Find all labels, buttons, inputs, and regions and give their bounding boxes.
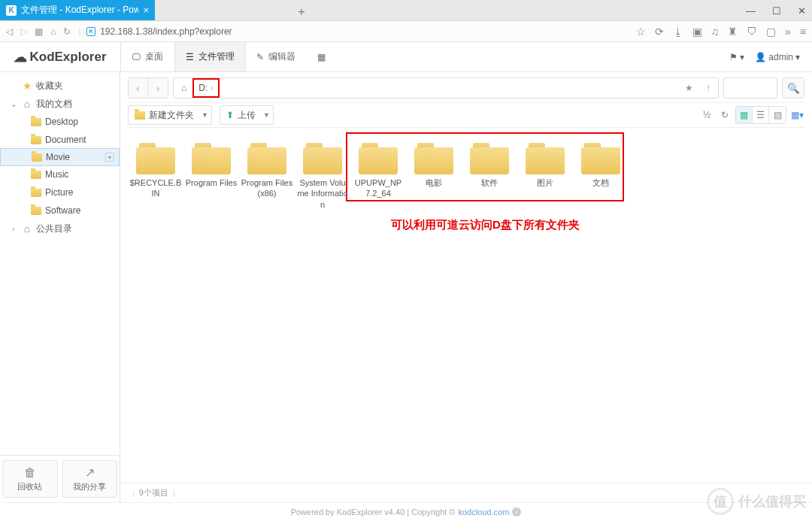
dropdown-icon[interactable]: ▾ (105, 153, 114, 162)
path-back-button[interactable]: ‹ (129, 78, 148, 98)
home-icon[interactable]: ⌂ (181, 83, 186, 93)
star-icon[interactable]: ★ (679, 83, 698, 93)
upload-dropdown[interactable]: ▼ (260, 105, 274, 125)
sort-icon[interactable]: ½ (699, 108, 714, 123)
nav-back-icon[interactable]: ◁ (6, 26, 13, 37)
folder-icon (31, 189, 41, 197)
headphones-icon[interactable]: ♫ (711, 26, 720, 38)
home-icon: ⌂ (21, 98, 33, 110)
view-more-icon[interactable]: ▦▾ (789, 108, 804, 123)
nav-refresh-icon[interactable]: ↻ (63, 26, 71, 37)
window-close-icon[interactable]: ✕ (798, 5, 806, 17)
bookmark-star-icon[interactable]: ☆ (636, 26, 646, 38)
upload-icon: ⬆ (226, 110, 234, 120)
shield-icon[interactable]: ⛉ (747, 26, 757, 38)
tab-close-icon[interactable]: × (143, 5, 149, 16)
breadcrumb[interactable]: ⌂ D:› ★ ↑ (173, 77, 719, 98)
folder-icon (31, 207, 41, 215)
share-icon: ↗ (85, 465, 95, 480)
expand-icon[interactable]: › (9, 225, 18, 233)
folder-label: Program Files (186, 177, 237, 188)
folder-icon (32, 153, 42, 162)
box-icon[interactable]: ▢ (766, 26, 776, 38)
nav-forward-icon[interactable]: ▷ (20, 26, 27, 37)
sidebar-item-movie[interactable]: Movie▾ (0, 148, 120, 166)
sidebar-item-document[interactable]: Document (0, 131, 120, 149)
folder-item[interactable]: System Volume Information (295, 141, 350, 211)
window-minimize-icon[interactable]: — (746, 5, 756, 17)
files-icon: ☰ (186, 52, 194, 62)
folder-label: $RECYCLE.BIN (129, 177, 182, 199)
refresh-icon[interactable]: ⟳ (655, 26, 664, 38)
collapse-icon[interactable]: ⌄ (9, 100, 18, 108)
view-icons-icon[interactable]: ▦ (736, 107, 753, 123)
share-button[interactable]: ↗我的分享 (62, 460, 118, 498)
recycle-button[interactable]: 🗑回收站 (2, 460, 58, 498)
tab-editor[interactable]: ✎ 编辑器 (246, 42, 307, 71)
trash-icon: 🗑 (24, 466, 36, 480)
breadcrumb-drive[interactable]: D:› (192, 78, 220, 98)
upload-button[interactable]: ⬆上传 (220, 105, 262, 125)
home-icon: ⌂ (21, 223, 33, 235)
folder-label: Program Files (x86) (241, 177, 293, 199)
sidebar-item-picture[interactable]: Picture (0, 183, 120, 201)
sidebar-item-desktop[interactable]: Desktop (0, 113, 120, 131)
folder-icon (247, 143, 286, 174)
window-maximize-icon[interactable]: ☐ (772, 5, 781, 17)
sidebar-mydocs[interactable]: ⌄ ⌂ 我的文档 (0, 95, 120, 113)
view-list-icon[interactable]: ☰ (753, 107, 769, 123)
folder-icon (31, 136, 41, 144)
path-forward-button[interactable]: › (148, 78, 168, 98)
star-icon: ★ (21, 80, 33, 92)
folder-icon (303, 143, 342, 174)
view-details-icon[interactable]: ▤ (769, 107, 786, 123)
new-folder-button[interactable]: 新建文件夹 (128, 105, 201, 125)
folder-item[interactable]: Program Files (x86) (239, 141, 295, 211)
annotation-box (346, 132, 624, 201)
item-count: 9个项目 (139, 487, 168, 498)
sidebar-favorites[interactable]: ★ 收藏夹 (0, 77, 120, 95)
tab-favicon: K (6, 5, 17, 16)
app-footer: Powered by KodExplorer v4.40 | Copyright… (0, 502, 812, 521)
search-button[interactable]: 🔍 (782, 77, 804, 98)
folder-icon (135, 111, 145, 120)
new-tab-button[interactable]: + (290, 5, 313, 20)
tab-apps[interactable]: ▦ (307, 42, 337, 71)
new-folder-dropdown[interactable]: ▼ (198, 105, 212, 125)
tab-files[interactable]: ☰ 文件管理 (174, 42, 246, 71)
menu-icon[interactable]: ≡ (800, 26, 806, 38)
download-icon[interactable]: ⭳ (673, 26, 683, 38)
nav-menu-icon[interactable]: ▦ (35, 26, 43, 37)
url-input[interactable] (100, 26, 629, 37)
more-icon[interactable]: » (785, 26, 791, 38)
desktop-icon: 🖵 (132, 52, 141, 62)
page-favicon: K (86, 27, 95, 36)
tab-title: 文件管理 - KodExplorer - Powered by (21, 4, 138, 17)
footer-link[interactable]: kodcloud.com (458, 507, 509, 516)
user-menu[interactable]: 👤 admin ▾ (755, 52, 800, 62)
camera-icon[interactable]: ▣ (692, 26, 702, 38)
sidebar-public[interactable]: › ⌂ 公共目录 (0, 220, 120, 238)
tab-desktop[interactable]: 🖵 桌面 (121, 42, 174, 71)
sidebar-item-software[interactable]: Software (0, 201, 120, 220)
editor-icon: ✎ (256, 52, 264, 62)
info-icon[interactable]: i (512, 507, 521, 516)
history-icon[interactable]: ↻ (717, 108, 732, 123)
folder-icon (136, 143, 175, 174)
sidebar: ★ 收藏夹 ⌄ ⌂ 我的文档 Desktop Document Movie▾ M… (0, 72, 120, 502)
search-input[interactable] (723, 77, 777, 98)
extension-icon[interactable]: ♜ (728, 26, 738, 38)
watermark: 值什么值得买 (707, 488, 806, 515)
sidebar-item-music[interactable]: Music (0, 165, 120, 183)
nav-home-icon[interactable]: ⌂ (50, 26, 56, 37)
up-icon[interactable]: ↑ (698, 83, 718, 93)
folder-icon (31, 118, 41, 126)
flag-menu[interactable]: ⚑ ▾ (729, 52, 744, 62)
app-header: ☁ KodExplorer 🖵 桌面 ☰ 文件管理 ✎ 编辑器 ▦ ⚑ ▾ 👤 … (0, 42, 812, 72)
app-logo[interactable]: ☁ KodExplorer (0, 49, 120, 65)
folder-item[interactable]: $RECYCLE.BIN (128, 141, 183, 211)
browser-tab[interactable]: K 文件管理 - KodExplorer - Powered by × (0, 0, 155, 20)
flag-icon: ⚑ (729, 52, 738, 62)
folder-item[interactable]: Program Files (183, 141, 239, 211)
user-icon: 👤 (755, 52, 766, 62)
